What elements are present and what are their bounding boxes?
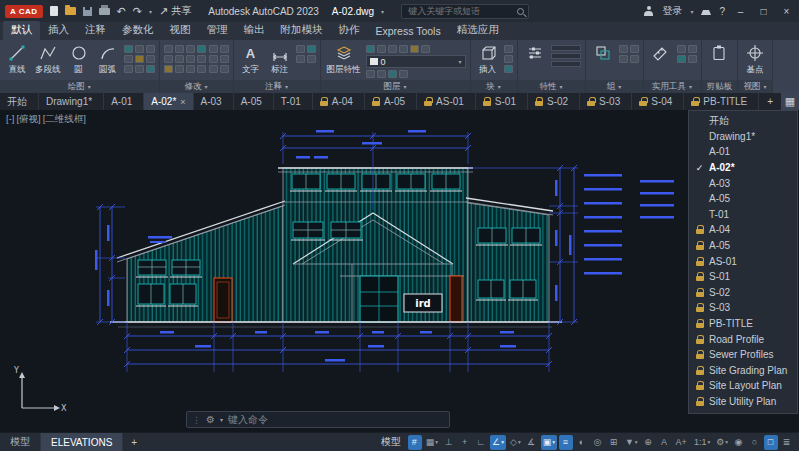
group-button[interactable] <box>590 42 616 64</box>
file-tab-a-05[interactable]: A-05 <box>234 93 274 110</box>
drawing-item-a-05[interactable]: A-05 <box>689 191 797 207</box>
annotation-monitor-icon[interactable]: ◉ <box>732 435 746 450</box>
annotation-panel-label[interactable]: 注释▾ <box>234 80 320 93</box>
drawing-item-site-utility-plan[interactable]: Site Utility Plan <box>689 394 797 410</box>
autocad-logo[interactable]: A CAD <box>5 5 43 18</box>
layer-select[interactable]: 0 ▾ <box>366 55 466 68</box>
file-tab-a-01[interactable]: A-01 <box>104 93 144 110</box>
viewport-view-control[interactable]: [俯视] <box>16 113 40 126</box>
modify-panel-label[interactable]: 修改▾ <box>160 80 233 93</box>
signin-button[interactable]: 登录 <box>662 4 682 18</box>
file-tab-drawing1[interactable]: Drawing1* <box>39 93 104 110</box>
paste-button[interactable] <box>706 42 732 64</box>
clean-screen-icon[interactable]: □ <box>764 435 778 450</box>
drawing-item-s-02[interactable]: S-02 <box>689 285 797 301</box>
app-store-icon[interactable] <box>701 7 711 15</box>
new-drawing-tab-button[interactable]: + <box>759 93 781 110</box>
line-button[interactable]: 直线 <box>4 42 30 76</box>
workspace-gear-icon[interactable]: ⚙▾ <box>714 435 730 450</box>
infer-constraints-icon[interactable]: ⊥ <box>442 435 456 450</box>
drawing-item-s-01[interactable]: S-01 <box>689 269 797 285</box>
user-icon[interactable] <box>643 6 654 16</box>
model-paper-toggle[interactable]: 模型 <box>375 435 407 449</box>
save-icon[interactable] <box>83 7 92 16</box>
new-file-icon[interactable] <box>50 6 58 16</box>
drawing-item-as-01[interactable]: AS-01 <box>689 253 797 269</box>
maximize-button[interactable]: □ <box>756 6 771 17</box>
ortho-icon[interactable]: ∟ <box>474 435 488 450</box>
drawing-item-s-03[interactable]: S-03 <box>689 300 797 316</box>
minimize-button[interactable]: – <box>733 6 748 17</box>
grid-icon[interactable]: # <box>408 435 422 450</box>
ribbon-tab-insert[interactable]: 插入 <box>40 21 77 40</box>
file-tab-a-04-locked[interactable]: A-04 <box>313 93 365 110</box>
layout-tab-model[interactable]: 模型 <box>0 433 41 451</box>
drawing-item-sewer-profiles[interactable]: Sewer Profiles <box>689 347 797 363</box>
ribbon-tab-collaborate[interactable]: 协作 <box>331 21 368 40</box>
dynamic-ucs-icon[interactable]: ⊞ <box>607 435 621 450</box>
search-input[interactable] <box>406 5 513 17</box>
ribbon-tab-addins[interactable]: 附加模块 <box>273 21 331 40</box>
clipboard-panel-label[interactable]: 剪贴板 <box>702 80 738 93</box>
circle-button[interactable]: 圆 <box>66 42 92 76</box>
tab-overview-button[interactable]: ▦ <box>781 93 799 110</box>
block-panel-label[interactable]: 块▾ <box>471 80 517 93</box>
command-grip-icon[interactable]: ⋮ <box>192 415 201 425</box>
draw-tools-grid[interactable] <box>124 42 155 73</box>
annotation-scale[interactable]: 1:1▾ <box>692 435 712 450</box>
command-customize-icon[interactable]: ⚙ <box>206 414 215 425</box>
draw-panel-label[interactable]: 绘图▾ <box>0 80 159 93</box>
drawing-viewport[interactable]: ird <box>0 110 690 432</box>
isolate-objects-icon[interactable]: ○ <box>748 435 762 450</box>
ribbon-tab-output[interactable]: 输出 <box>236 21 273 40</box>
drawing-item-a-01[interactable]: A-01 <box>689 144 797 160</box>
layer-tools-row-2[interactable] <box>366 70 466 78</box>
signin-caret-icon[interactable]: ▾ <box>690 8 693 15</box>
transparency-icon[interactable]: ◐ <box>575 435 589 450</box>
drawing-item-t-01[interactable]: T-01 <box>689 207 797 223</box>
groups-panel-label[interactable]: 组▾ <box>586 80 643 93</box>
properties-panel-label[interactable]: 特性▾ <box>518 80 585 93</box>
properties-button[interactable] <box>522 42 548 64</box>
dimension-button[interactable]: 标注 <box>267 42 293 76</box>
file-tab-s-03[interactable]: S-03 <box>580 93 632 110</box>
drawing-item-pb-title[interactable]: PB-TITLE <box>689 316 797 332</box>
close-tab-icon[interactable]: × <box>180 97 185 107</box>
annotation-tools-grid[interactable] <box>296 42 316 63</box>
layout-tab-elevations[interactable]: ELEVATIONS <box>41 433 123 451</box>
viewport-visual-style-control[interactable]: [二维线框] <box>43 113 86 126</box>
properties-dropdown-bars[interactable] <box>551 42 581 67</box>
annotation-visibility-icon[interactable]: A <box>658 435 672 450</box>
qat-customize-icon[interactable]: ▾ <box>149 8 152 15</box>
command-line[interactable]: ⋮ ⚙ ▾ 键入命令 <box>186 411 450 428</box>
polyline-button[interactable]: 多段线 <box>33 42 63 76</box>
selection-filter-icon[interactable]: ▼▾ <box>623 435 640 450</box>
ribbon-tab-view[interactable]: 视图 <box>162 21 199 40</box>
viewport-menu-control[interactable]: [-] <box>6 113 14 126</box>
ribbon-tab-default[interactable]: 默认 <box>3 21 40 40</box>
file-tab-s-04[interactable]: S-04 <box>632 93 684 110</box>
drawing-item-start[interactable]: 开始 <box>689 113 797 129</box>
file-tab-s-01[interactable]: S-01 <box>476 93 528 110</box>
plot-icon[interactable] <box>99 8 110 15</box>
group-tools-grid[interactable] <box>619 42 639 63</box>
file-tab-start[interactable]: 开始 <box>0 93 39 110</box>
utilities-tools-grid[interactable] <box>677 42 697 63</box>
drawing-item-a-02[interactable]: ✓ A-02* <box>689 160 797 176</box>
ribbon-tab-express-tools[interactable]: Express Tools <box>368 23 449 40</box>
snap-icon[interactable]: ▦▾ <box>424 435 440 450</box>
polar-tracking-icon[interactable]: ∠▾ <box>490 435 506 450</box>
file-tab-s-02[interactable]: S-02 <box>528 93 580 110</box>
drawing-item-site-grading-plan[interactable]: Site Grading Plan <box>689 363 797 379</box>
help-search-box[interactable] <box>401 4 529 19</box>
insert-block-button[interactable]: 插入 <box>475 42 501 76</box>
file-tab-as-01[interactable]: AS-01 <box>417 93 476 110</box>
utilities-panel-label[interactable]: 实用工具▾ <box>644 80 701 93</box>
selection-cycling-icon[interactable]: ◎ <box>591 435 605 450</box>
ribbon-tab-parametric[interactable]: 参数化 <box>114 21 162 40</box>
drawing-item-road-profile[interactable]: Road Profile <box>689 331 797 347</box>
ribbon-tab-featured-apps[interactable]: 精选应用 <box>449 21 507 40</box>
dynamic-input-icon[interactable]: + <box>458 435 472 450</box>
file-tab-a-03[interactable]: A-03 <box>194 93 234 110</box>
help-icon[interactable]: ? <box>719 6 725 17</box>
